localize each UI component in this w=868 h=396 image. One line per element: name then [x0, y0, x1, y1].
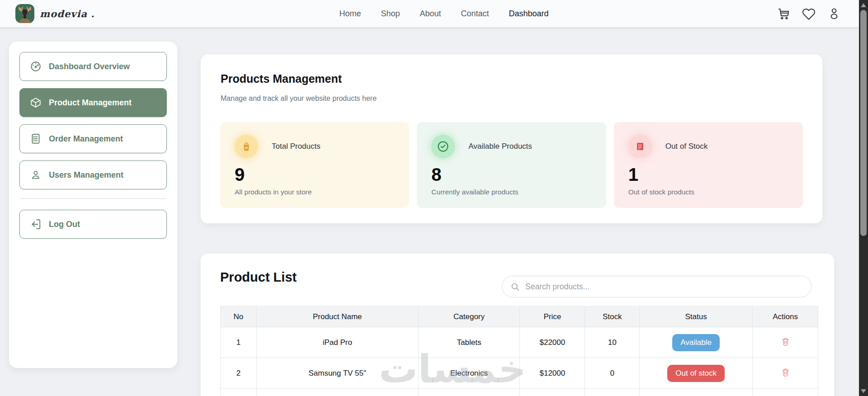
nav-icon-group — [773, 7, 841, 20]
check-circle-icon — [431, 135, 455, 158]
column-header-price: Price — [520, 306, 585, 327]
table-header-row: No Product Name Category Price Stock Sta… — [221, 306, 818, 327]
sidebar-item-label: Order Management — [49, 134, 123, 144]
nav-link-shop[interactable]: Shop — [381, 9, 400, 19]
stat-label: Out of Stock — [665, 142, 708, 151]
heart-icon[interactable] — [802, 7, 816, 20]
column-header-category: Category — [418, 306, 520, 327]
search-box — [502, 276, 811, 297]
table-row: 1 iPad Pro Tablets $22000 10 Available — [221, 327, 818, 358]
table-row: 2 Samsung TV 55" Electronics $12000 0 Ou… — [221, 358, 818, 389]
brand-name: modevia . — [40, 8, 95, 19]
cell-price: $22000 — [520, 327, 585, 358]
brand[interactable]: modevia . — [15, 4, 115, 23]
product-list-card: Product List No Product Name Category Pr… — [201, 254, 834, 396]
scrollbar-down-arrow[interactable] — [859, 387, 868, 395]
nav-link-dashboard[interactable]: Dashboard — [509, 9, 549, 19]
sidebar-item-label: Dashboard Overview — [49, 62, 130, 71]
stat-card-available-products: Available Products 8 Currently available… — [417, 122, 606, 208]
sidebar-item-label: Users Management — [49, 170, 123, 180]
delete-button[interactable] — [781, 368, 790, 377]
stats-row: Total Products 9 All products in your st… — [220, 122, 803, 208]
cell-price: $12000 — [520, 358, 585, 389]
column-header-stock: Stock — [585, 306, 640, 327]
search-icon — [510, 282, 520, 292]
stat-description: Currently available products — [431, 188, 591, 196]
cell-category: Tablets — [418, 327, 520, 358]
sidebar: Dashboard Overview Product Management Or… — [9, 42, 177, 368]
nav-link-about[interactable]: About — [420, 9, 441, 19]
page-subtitle: Manage and track all your website produc… — [221, 94, 802, 103]
person-icon — [30, 169, 42, 181]
bag-icon — [235, 135, 258, 158]
trash-icon — [781, 368, 790, 377]
cube-icon — [30, 97, 42, 108]
scrollbar-up-arrow[interactable] — [859, 1, 868, 9]
stat-value: 8 — [431, 165, 591, 184]
logout-button[interactable]: Log Out — [19, 210, 167, 239]
nav-link-contact[interactable]: Contact — [461, 9, 489, 19]
sidebar-item-label: Log Out — [49, 220, 80, 229]
cell-no: 1 — [221, 327, 257, 358]
status-badge-available: Available — [672, 334, 720, 351]
stat-value: 9 — [235, 165, 395, 184]
sidebar-item-product-management[interactable]: Product Management — [19, 88, 167, 117]
cell-no: 2 — [221, 358, 257, 389]
order-list-icon — [30, 133, 42, 145]
column-header-actions: Actions — [753, 306, 818, 327]
sidebar-item-label: Product Management — [49, 98, 132, 108]
scrollbar-thumb[interactable] — [860, 10, 867, 236]
nav-link-home[interactable]: Home — [339, 9, 361, 19]
page-title: Products Management — [221, 72, 802, 85]
stat-label: Total Products — [272, 142, 321, 151]
column-header-product-name: Product Name — [256, 306, 418, 327]
stat-description: Out of stock products — [628, 188, 788, 196]
vertical-scrollbar[interactable] — [859, 0, 868, 396]
products-management-card: Products Management Manage and track all… — [201, 54, 822, 223]
search-input[interactable] — [525, 282, 803, 292]
cell-product-name: iPad Pro — [256, 327, 418, 358]
user-icon[interactable] — [827, 7, 841, 20]
column-header-status: Status — [640, 306, 753, 327]
cell-category: Electronics — [418, 358, 520, 389]
sidebar-item-users-management[interactable]: Users Management — [19, 160, 167, 189]
stat-card-out-of-stock: Out of Stock 1 Out of stock products — [614, 122, 803, 208]
main-nav: Home Shop About Contact Dashboard — [339, 9, 548, 19]
stat-card-total-products: Total Products 9 All products in your st… — [220, 122, 409, 208]
product-list-title: Product List — [220, 270, 297, 285]
brand-logo-moose-icon — [15, 4, 34, 23]
report-icon — [628, 135, 652, 158]
gauge-icon — [30, 61, 42, 72]
cell-stock: 0 — [585, 358, 640, 389]
status-badge-out-of-stock: Out of stock — [667, 365, 725, 382]
sidebar-divider — [20, 198, 166, 199]
top-navbar: modevia . Home Shop About Contact Dashbo… — [0, 0, 859, 27]
stat-label: Available Products — [468, 142, 532, 151]
column-header-no: No — [221, 306, 257, 327]
products-table: No Product Name Category Price Stock Sta… — [220, 306, 818, 396]
stat-value: 1 — [628, 165, 788, 184]
cell-stock: 10 — [585, 327, 640, 358]
trash-icon — [781, 337, 790, 346]
cart-icon[interactable] — [777, 7, 790, 20]
delete-button[interactable] — [781, 337, 790, 346]
cell-product-name: Samsung TV 55" — [256, 358, 418, 389]
logout-icon — [30, 218, 42, 230]
table-row-partial — [221, 389, 818, 396]
sidebar-item-dashboard-overview[interactable]: Dashboard Overview — [19, 52, 167, 81]
sidebar-item-order-management[interactable]: Order Management — [19, 124, 167, 153]
stat-description: All products in your store — [235, 188, 395, 196]
